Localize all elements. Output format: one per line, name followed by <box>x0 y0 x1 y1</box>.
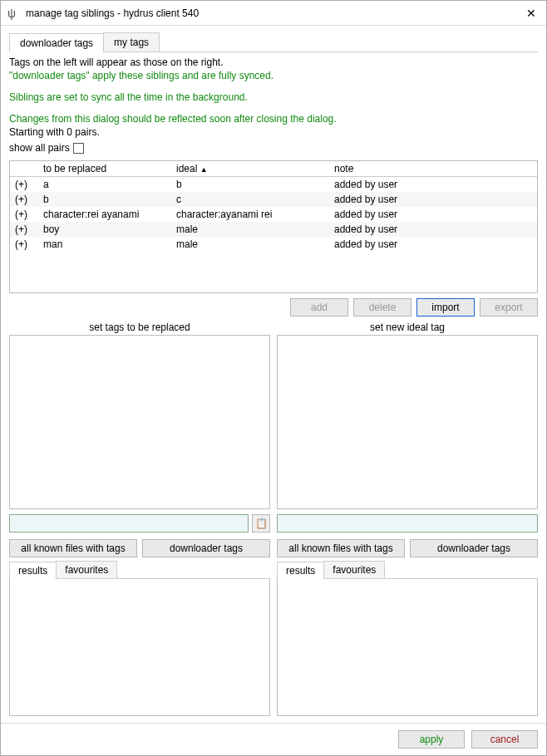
cell-replace: a <box>38 177 171 193</box>
cell-ideal: male <box>171 222 329 237</box>
cell-ideal: b <box>171 177 329 193</box>
info-line-4: Changes from this dialog should be refle… <box>9 113 538 125</box>
spacer <box>9 83 538 90</box>
right-panel: set new ideal tag all known files with t… <box>277 322 538 716</box>
right-subtabs: results favourites <box>277 561 538 579</box>
table-row[interactable]: (+)character:rei ayanamicharacter:ayanam… <box>10 207 537 222</box>
info-line-3: Siblings are set to sync all the time in… <box>9 91 538 103</box>
titlebar: ψ manage tag siblings - hydrus client 54… <box>1 1 546 26</box>
left-tag-input[interactable] <box>9 514 249 533</box>
table-row[interactable]: (+)bcadded by user <box>10 192 537 207</box>
left-panel: set tags to be replaced 📋 all known file… <box>9 322 270 716</box>
left-subtabs: results favourites <box>9 561 270 579</box>
cell-sel: (+) <box>10 207 38 222</box>
cell-ideal: character:ayanami rei <box>171 207 329 222</box>
right-input-row <box>277 514 538 533</box>
table-row[interactable]: (+)manmaleadded by user <box>10 237 537 252</box>
right-filter-domain-button[interactable]: all known files with tags <box>277 539 405 557</box>
close-icon[interactable]: ✕ <box>523 7 540 20</box>
col-header-replace[interactable]: to be replaced <box>38 161 171 177</box>
cell-note: added by user <box>329 237 537 252</box>
cell-replace: boy <box>38 222 171 237</box>
left-staging-list[interactable] <box>9 335 270 509</box>
table-row[interactable]: (+)abadded by user <box>10 177 537 193</box>
cell-sel: (+) <box>10 222 38 237</box>
cell-replace: b <box>38 192 171 207</box>
show-all-pairs-row: show all pairs <box>9 142 538 154</box>
cell-replace: man <box>38 237 171 252</box>
right-filter-row: all known files with tags downloader tag… <box>277 539 538 557</box>
left-subtab-favourites[interactable]: favourites <box>56 561 117 578</box>
left-filter-row: all known files with tags downloader tag… <box>9 539 270 557</box>
col-header-note[interactable]: note <box>329 161 537 177</box>
left-input-row: 📋 <box>9 514 270 533</box>
editor-two-col: set tags to be replaced 📋 all known file… <box>9 322 538 716</box>
show-all-pairs-checkbox[interactable] <box>73 143 84 154</box>
col-header-ideal-label: ideal <box>176 163 197 174</box>
cell-note: added by user <box>329 222 537 237</box>
right-panel-label: set new ideal tag <box>277 322 538 333</box>
pairs-table: to be replaced ideal ▲ note (+)abadded b… <box>9 160 538 293</box>
cell-sel: (+) <box>10 177 38 193</box>
main-content: downloader tags my tags Tags on the left… <box>1 26 546 723</box>
tab-downloader-tags[interactable]: downloader tags <box>9 33 104 52</box>
tab-my-tags[interactable]: my tags <box>103 32 160 52</box>
paste-button[interactable]: 📋 <box>252 514 270 533</box>
add-button[interactable]: add <box>290 298 348 317</box>
right-filter-service-button[interactable]: downloader tags <box>410 539 538 557</box>
window-title: manage tag siblings - hydrus client 540 <box>26 7 523 19</box>
info-line-2: "downloader tags" apply these siblings a… <box>9 70 538 81</box>
right-results-list[interactable] <box>277 579 538 716</box>
left-filter-service-button[interactable]: downloader tags <box>142 539 270 557</box>
left-subtab-results[interactable]: results <box>9 562 57 579</box>
cell-note: added by user <box>329 177 537 193</box>
cell-replace: character:rei ayanami <box>38 207 171 222</box>
dialog-footer: apply cancel <box>1 723 546 755</box>
cancel-button[interactable]: cancel <box>471 730 538 749</box>
app-icon: ψ <box>7 7 21 20</box>
right-subtab-favourites[interactable]: favourites <box>323 561 385 578</box>
sort-ascending-icon: ▲ <box>200 165 208 174</box>
service-tabbar: downloader tags my tags <box>9 32 538 52</box>
cell-note: added by user <box>329 192 537 207</box>
apply-button[interactable]: apply <box>398 730 465 749</box>
table-button-row: add delete import export <box>9 298 538 317</box>
spacer <box>9 105 538 111</box>
delete-button[interactable]: delete <box>353 298 411 317</box>
export-button[interactable]: export <box>480 298 538 317</box>
left-panel-label: set tags to be replaced <box>9 322 270 333</box>
show-all-pairs-label: show all pairs <box>9 142 70 154</box>
cell-ideal: c <box>171 192 329 207</box>
info-line-1: Tags on the left will appear as those on… <box>9 56 538 68</box>
col-header-ideal[interactable]: ideal ▲ <box>171 161 329 177</box>
right-subtab-results[interactable]: results <box>277 562 324 579</box>
cell-sel: (+) <box>10 237 38 252</box>
left-filter-domain-button[interactable]: all known files with tags <box>9 539 137 557</box>
col-header-sel[interactable] <box>10 161 38 177</box>
left-results-list[interactable] <box>9 579 270 716</box>
cell-note: added by user <box>329 207 537 222</box>
right-staging-list[interactable] <box>277 335 538 509</box>
right-tag-input[interactable] <box>277 514 538 533</box>
info-line-5: Starting with 0 pairs. <box>9 126 538 138</box>
import-button[interactable]: import <box>416 298 475 317</box>
clipboard-icon: 📋 <box>255 518 268 529</box>
cell-ideal: male <box>171 237 329 252</box>
cell-sel: (+) <box>10 192 38 207</box>
table-row[interactable]: (+)boymaleadded by user <box>10 222 537 237</box>
